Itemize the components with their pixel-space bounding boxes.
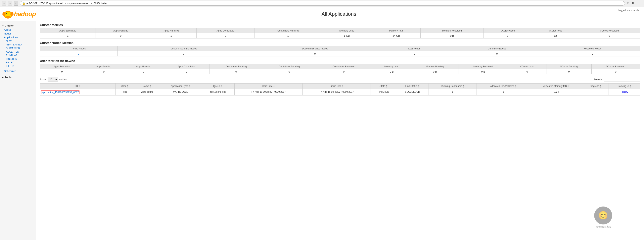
hadoop-elephant-icon bbox=[2, 9, 14, 20]
cluster-metrics-cell: 0 B bbox=[420, 33, 484, 39]
sort-arrows-icon: ▲▼ bbox=[386, 85, 387, 88]
lock-icon: 🔓 bbox=[22, 2, 25, 5]
apps-col-header-id[interactable]: ID▲▼ bbox=[40, 84, 116, 89]
table-cell: MAPREDUCE bbox=[160, 89, 201, 96]
search-input[interactable] bbox=[604, 77, 640, 82]
sidebar-item-about[interactable]: About bbox=[0, 28, 36, 32]
col-label: StartTime bbox=[262, 85, 272, 88]
col-label: FinishTime bbox=[330, 85, 341, 88]
table-cell: Fri Aug 18 00:24:47 +0800 2017 bbox=[234, 89, 303, 96]
browser-actions: ☆ ■ ⋮ bbox=[626, 1, 642, 6]
col-label: Allocated Memory MB bbox=[544, 85, 567, 88]
cluster-metrics-cell: 0 bbox=[579, 33, 640, 39]
sidebar-cluster-toggle[interactable]: ▼ Cluster bbox=[0, 23, 36, 28]
apps-col-header-queue[interactable]: Queue▲▼ bbox=[201, 84, 234, 89]
app-id-link[interactable]: application_1502966552259_0007 bbox=[41, 91, 80, 94]
apps-col-header-finish-time[interactable]: FinishTime▲▼ bbox=[303, 84, 371, 89]
sidebar-item-failed[interactable]: FAILED bbox=[0, 61, 36, 64]
entries-select[interactable]: 20 50 100 bbox=[48, 77, 58, 82]
forward-button[interactable]: → bbox=[8, 1, 12, 6]
page-wrapper: ▼ Cluster About Nodes Applications NEW N… bbox=[0, 21, 644, 240]
sidebar-item-new-saving[interactable]: NEW_SAVING bbox=[0, 43, 36, 47]
back-button[interactable]: ← bbox=[2, 1, 6, 6]
user-metrics-cell: 0 bbox=[164, 69, 210, 74]
table-cell: SUCCEEDED bbox=[396, 89, 428, 96]
apps-col-header-running-containers[interactable]: Running Containers▲▼ bbox=[429, 84, 476, 89]
cluster-nodes-cell: 3 bbox=[40, 51, 118, 56]
cluster-metrics-cell: 1 bbox=[146, 33, 196, 39]
apps-col-header-user[interactable]: User▲▼ bbox=[116, 84, 134, 89]
star-button[interactable]: ☆ bbox=[626, 1, 631, 6]
apps-col-header-progress[interactable]: Progress▲▼ bbox=[582, 84, 608, 89]
apps-col-header-allocated-cpu[interactable]: Allocated CPU VCores▲▼ bbox=[476, 84, 530, 89]
sidebar-item-accepted[interactable]: ACCEPTED bbox=[0, 50, 36, 54]
cluster-nodes-cell: 0 bbox=[449, 51, 545, 56]
active-nodes-link[interactable]: 3 bbox=[78, 52, 80, 55]
user-metrics-col-header: Containers Reserved bbox=[316, 64, 372, 69]
cluster-nodes-cell: 0 bbox=[545, 51, 640, 56]
cluster-metrics-col-header: Memory Used bbox=[322, 28, 372, 33]
sort-arrows-icon: ▲▼ bbox=[463, 85, 464, 88]
cluster-metrics-table: Apps SubmittedApps PendingApps RunningAp… bbox=[40, 28, 640, 39]
apps-col-header-start-time[interactable]: StartTime▲▼ bbox=[234, 84, 303, 89]
col-label: Allocated CPU VCores bbox=[490, 85, 514, 88]
sort-arrows-icon: ▲▼ bbox=[127, 85, 128, 88]
user-metrics-cell: 0 B bbox=[458, 69, 508, 74]
cluster-metrics-cell: 24 GB bbox=[372, 33, 420, 39]
table-cell: 1024 bbox=[530, 89, 582, 96]
sidebar-item-nodes[interactable]: Nodes bbox=[0, 32, 36, 36]
cluster-nodes-cell: 0 bbox=[250, 51, 380, 56]
cluster-metrics-cell: 12 bbox=[532, 33, 579, 39]
show-label: Show bbox=[40, 78, 46, 81]
user-metrics-cell: 0 bbox=[40, 69, 84, 74]
cluster-nodes-title: Cluster Nodes Metrics bbox=[40, 41, 640, 45]
sidebar-item-applications[interactable]: Applications bbox=[0, 36, 36, 39]
user-metrics-cell: 0 bbox=[592, 69, 640, 74]
apps-col-header-final-status[interactable]: FinalStatus▲▼ bbox=[396, 84, 428, 89]
sidebar-item-new[interactable]: NEW bbox=[0, 39, 36, 43]
table-cell: application_1502966552259_0007 bbox=[40, 89, 116, 96]
apps-col-header-name[interactable]: Name▲▼ bbox=[134, 84, 160, 89]
page-title: All Applications bbox=[36, 11, 642, 17]
col-label: User bbox=[121, 85, 126, 88]
extensions-button[interactable]: ■ bbox=[632, 1, 636, 6]
user-metrics-col-header: Memory Reserved bbox=[458, 64, 508, 69]
tools-arrow-icon: ► bbox=[2, 76, 4, 78]
sort-arrows-icon: ▲▼ bbox=[567, 85, 569, 88]
menu-button[interactable]: ⋮ bbox=[638, 1, 642, 6]
user-metrics-cell: 0 bbox=[84, 69, 124, 74]
cluster-metrics-cell: 1 bbox=[484, 33, 532, 39]
sidebar-item-submitted[interactable]: SUBMITTED bbox=[0, 47, 36, 50]
sidebar-item-killed[interactable]: KILLED bbox=[0, 64, 36, 68]
cluster-metrics-col-header: Containers Running bbox=[254, 28, 322, 33]
sidebar-item-scheduler[interactable]: Scheduler bbox=[0, 69, 36, 73]
col-label: Running Containers bbox=[441, 85, 462, 88]
cluster-arrow-icon: ▼ bbox=[2, 25, 4, 27]
apps-col-header-app-type[interactable]: Application Type▲▼ bbox=[160, 84, 201, 89]
apps-col-header-state[interactable]: State▲▼ bbox=[371, 84, 396, 89]
col-label: Application Type bbox=[171, 85, 188, 88]
cluster-nodes-col-header: Lost Nodes bbox=[380, 46, 449, 51]
sidebar-item-running[interactable]: RUNNING bbox=[0, 54, 36, 57]
url-bar[interactable]: 🔓 ec2-52-221-205-203.ap-southeast-1.comp… bbox=[20, 1, 625, 6]
sidebar-item-finished[interactable]: FINISHED bbox=[0, 57, 36, 61]
tracking-ui-link[interactable]: History bbox=[620, 91, 628, 93]
user-metrics-cell: 0 B bbox=[412, 69, 458, 74]
apps-col-header-tracking-ui[interactable]: Tracking UI▲▼ bbox=[608, 84, 640, 89]
main-content: Cluster Metrics Apps SubmittedApps Pendi… bbox=[36, 21, 644, 240]
sidebar-tools-toggle[interactable]: ► Tools bbox=[0, 75, 36, 80]
user-metrics-col-header: Apps Completed bbox=[164, 64, 210, 69]
cluster-metrics-cell: 1 bbox=[40, 33, 96, 39]
apps-col-header-allocated-memory[interactable]: Allocated Memory MB▲▼ bbox=[530, 84, 582, 89]
hadoop-logo-text: hadoop bbox=[14, 10, 36, 18]
table-cell: root bbox=[116, 89, 134, 96]
logged-in-text: Logged in as: dr.who bbox=[618, 9, 640, 12]
top-bar: hadoop All Applications Logged in as: dr… bbox=[0, 7, 644, 21]
table-cell: 1 bbox=[476, 89, 530, 96]
svg-point-3 bbox=[5, 16, 11, 19]
col-label: Queue bbox=[213, 85, 220, 88]
reload-button[interactable]: ↻ bbox=[14, 1, 18, 6]
search-box: Search: bbox=[594, 77, 640, 82]
sort-arrows-icon: ▲▼ bbox=[273, 85, 275, 88]
user-metrics-cell: 0 bbox=[124, 69, 164, 74]
